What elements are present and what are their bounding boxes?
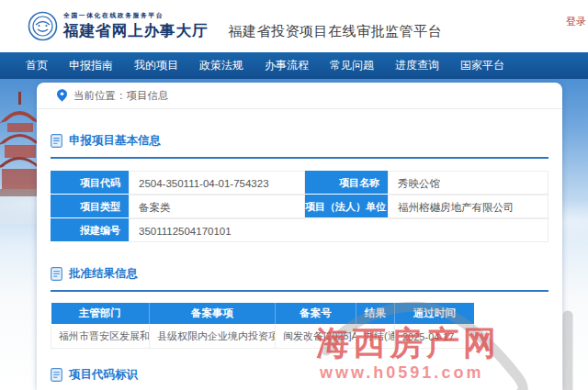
section-title-basic-info: 申报项目基本信息 — [69, 133, 161, 149]
nav-item-national-platform[interactable]: 国家平台 — [460, 58, 504, 73]
cell-pass-date: 2025-04-17 — [395, 325, 474, 349]
table-header-row: 主管部门 备案事项 备案号 结果 通过时间 — [51, 303, 474, 325]
page-background: 当前位置：项目信息 申报项目基本信息 项目代码 2504-350111-0 — [0, 79, 588, 390]
nav-item-faq[interactable]: 常见问题 — [330, 58, 374, 73]
field-label-construction-no: 报建编号 — [51, 218, 129, 242]
field-label-project-type: 项目类型 — [51, 195, 129, 218]
screen: 全国一体化在线政务服务平台 福建省网上办事大厅 福建省投资项目在线审批监管平台 … — [0, 0, 588, 390]
nav-item-declaration-guide[interactable]: 申报指南 — [69, 58, 113, 73]
breadcrumb-label: 当前位置：项目信息 — [74, 89, 169, 103]
field-value-project-type: 备案类 — [129, 195, 305, 218]
col-header-department: 主管部门 — [51, 303, 150, 325]
col-header-record-no: 备案号 — [276, 303, 356, 325]
field-value-project-code: 2504-350111-04-01-754323 — [129, 171, 305, 195]
breadcrumb: 当前位置：项目信息 — [37, 83, 562, 109]
table-row: 福州市晋安区发展和改革局 县级权限内企业境内投资项目备案 闽发改备[2025]A… — [51, 325, 474, 349]
nav-item-policy-regulations[interactable]: 政策法规 — [199, 58, 243, 73]
section-approval-result: 批准结果信息 主管部门 备案事项 备案号 结果 通过时间 — [37, 266, 562, 349]
field-value-legal-unit: 福州榕樾房地产有限公司 — [388, 195, 548, 218]
col-header-result: 结果 — [356, 303, 395, 325]
field-value-project-name: 秀映公馆 — [388, 171, 548, 195]
nav-item-my-projects[interactable]: 我的项目 — [134, 58, 178, 73]
section-divider — [51, 157, 548, 159]
nav-item-progress-inquiry[interactable]: 进度查询 — [395, 58, 439, 73]
col-header-record-item: 备案事项 — [150, 303, 276, 325]
cell-record-item: 县级权限内企业境内投资项目备案 — [150, 325, 276, 349]
logo-text: 全国一体化在线政务服务平台 福建省网上办事大厅 — [63, 11, 209, 41]
basic-info-table: 项目代码 2504-350111-04-01-754323 项目名称 秀映公馆 … — [51, 171, 548, 242]
gov-emblem-icon — [28, 11, 58, 41]
site-header: 全国一体化在线政务服务平台 福建省网上办事大厅 福建省投资项目在线审批监管平台 … — [0, 0, 588, 52]
section-title-project-code: 项目代码标识 — [69, 367, 138, 383]
section-approval-result-header: 批准结果信息 — [51, 266, 548, 282]
platform-title: 福建省投资项目在线审批监管平台 — [229, 23, 443, 40]
content-card: 当前位置：项目信息 申报项目基本信息 项目代码 2504-350111-0 — [37, 83, 562, 390]
field-value-construction-no: 3501112504170101 — [129, 218, 548, 242]
section-project-code-header: 项目代码标识 — [51, 367, 548, 383]
document-icon — [51, 267, 62, 281]
cell-result: 办结(通过) — [356, 325, 395, 349]
col-header-pass-date: 通过时间 — [395, 303, 474, 325]
section-project-code: 项目代码标识 — [37, 367, 562, 390]
cell-record-no: 闽发改备[2025]A040129 — [276, 325, 356, 349]
site-logo[interactable]: 全国一体化在线政务服务平台 福建省网上办事大厅 — [28, 11, 209, 41]
nav-item-service-process[interactable]: 办事流程 — [265, 58, 309, 73]
approval-result-table: 主管部门 备案事项 备案号 结果 通过时间 福州市晋安区发展和改革局 县级权限内… — [51, 303, 474, 349]
section-basic-info-header: 申报项目基本信息 — [51, 133, 548, 149]
logo-line2: 福建省网上办事大厅 — [63, 21, 209, 41]
location-pin-icon — [57, 89, 67, 102]
field-label-legal-unit: 项目（法人）单位 — [305, 195, 388, 218]
section-title-approval-result: 批准结果信息 — [69, 266, 138, 282]
section-basic-info: 申报项目基本信息 项目代码 2504-350111-04-01-754323 项… — [37, 133, 562, 242]
main-nav: 首页 申报指南 我的项目 政策法规 办事流程 常见问题 进度查询 国家平台 — [0, 52, 588, 79]
document-icon — [51, 134, 62, 148]
logo-line1: 全国一体化在线政务服务平台 — [63, 11, 209, 20]
document-icon — [51, 368, 62, 382]
field-label-project-name: 项目名称 — [305, 171, 388, 195]
section-divider — [51, 290, 548, 292]
field-label-project-code: 项目代码 — [51, 171, 129, 195]
nav-item-home[interactable]: 首页 — [26, 58, 48, 73]
login-link[interactable]: 登录 — [566, 15, 586, 28]
cell-department: 福州市晋安区发展和改革局 — [51, 325, 150, 349]
